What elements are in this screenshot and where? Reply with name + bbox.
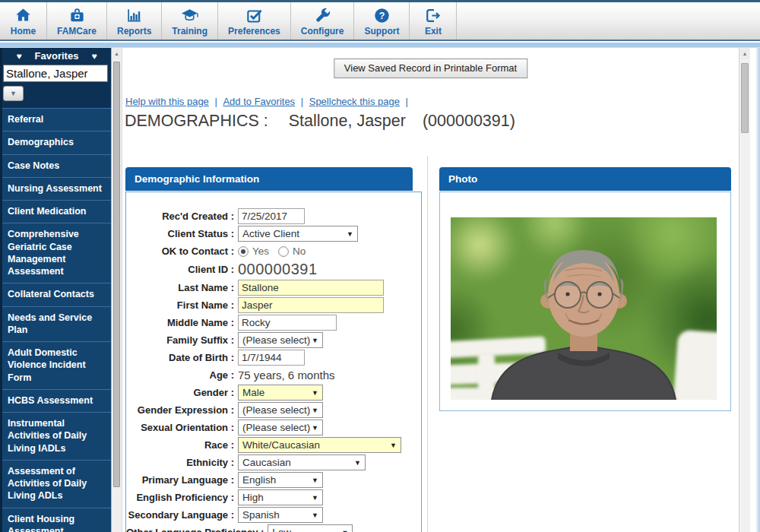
- form-row-ok-to-contact: OK to Contact :YesNo: [126, 243, 421, 259]
- sidebar-item-comprehensive-geriatric-case-management-assessment[interactable]: Comprehensive Geriatric Case Management …: [2, 223, 111, 283]
- selected-value: Caucasian: [242, 457, 291, 468]
- ok-to-contact-radio-no[interactable]: [278, 246, 289, 257]
- sidebar-item-referral[interactable]: Referral: [2, 108, 111, 131]
- chevron-down-icon: ▼: [312, 494, 318, 502]
- sidebar-item-adult-domestic-violence-incident-form[interactable]: Adult Domestic Violence Incident Form: [2, 341, 111, 389]
- page-links: Help with this page | Add to Favorites |…: [125, 96, 411, 107]
- field-control: English▼: [238, 472, 323, 488]
- sexual-orientation-select[interactable]: (Please select)▼: [238, 420, 323, 435]
- selected-value: English: [242, 474, 276, 486]
- toolbar-item-configure[interactable]: Configure: [291, 2, 355, 40]
- race-select[interactable]: White/Caucasian▼: [238, 437, 401, 453]
- main-content: View Saved Record in Printable Format He…: [122, 48, 739, 532]
- date-of-birth-input[interactable]: 1/7/1944: [238, 350, 305, 366]
- field-control: Male▼: [238, 385, 323, 401]
- secondary-language-select[interactable]: Spanish▼: [238, 507, 323, 523]
- field-control: 1/7/1944: [238, 350, 305, 366]
- field-control: 7/25/2017: [238, 208, 305, 224]
- sidebar-item-nursing-assessment[interactable]: Nursing Assessment: [2, 177, 111, 200]
- sidebar-item-client-housing-assessment[interactable]: Client Housing Assessment: [2, 508, 111, 532]
- toolbar-item-label: Configure: [301, 26, 344, 36]
- form-row-sexual-orientation: Sexual Orientation :(Please select)▼: [126, 420, 421, 435]
- sidebar-scrollbar-thumb[interactable]: [113, 62, 120, 487]
- first-name-input[interactable]: Jasper: [238, 297, 384, 313]
- ethnicity-select[interactable]: Caucasian▼: [238, 454, 366, 470]
- scroll-up-arrow-icon[interactable]: ▲: [740, 49, 749, 59]
- page-edge: [750, 48, 760, 532]
- photo-panel-body: [439, 192, 731, 411]
- client-photo: [451, 217, 717, 400]
- last-name-input[interactable]: Stallone: [238, 280, 384, 296]
- link-spellcheck-this-page[interactable]: Spellcheck this page: [309, 96, 400, 107]
- field-control: 000000391: [238, 261, 318, 278]
- field-label: Age :: [126, 369, 234, 381]
- client-status-select[interactable]: Active Client▼: [238, 226, 358, 242]
- toolbar-item-famcare[interactable]: FAMCare: [47, 2, 107, 40]
- form-row-race: Race :White/Caucasian▼: [126, 437, 421, 453]
- toolbar-bottom-strip: [0, 43, 760, 48]
- sidebar-item-hcbs-assessment[interactable]: HCBS Assessment: [2, 389, 111, 412]
- sidebar-scrollbar[interactable]: ▲: [111, 48, 122, 532]
- middle-name-input[interactable]: Rocky: [238, 315, 337, 331]
- primary-language-select[interactable]: English▼: [238, 472, 323, 488]
- other-language-proficiency-select[interactable]: Low▼: [268, 524, 353, 532]
- toolbar-item-training[interactable]: Training: [162, 2, 218, 40]
- toolbar-item-preferences[interactable]: Preferences: [218, 2, 291, 40]
- form-row-age: Age :75 years, 6 months: [126, 367, 421, 383]
- rec-d-created-input[interactable]: 7/25/2017: [238, 208, 305, 224]
- demographic-form: Rec'd Created :7/25/2017Client Status :A…: [126, 208, 421, 532]
- sidebar-item-needs-and-service-plan[interactable]: Needs and Service Plan: [2, 306, 111, 342]
- family-suffix-select[interactable]: (Please select)▼: [238, 332, 323, 348]
- sidebar-item-case-notes[interactable]: Case Notes: [2, 154, 111, 177]
- sidebar-item-collateral-contacts[interactable]: Collateral Contacts: [2, 283, 111, 306]
- form-row-date-of-birth: Date of Birth :1/7/1944: [126, 350, 421, 366]
- gender-select[interactable]: Male▼: [238, 385, 323, 401]
- toolbar-item-label: Support: [364, 26, 399, 36]
- home-icon: [14, 7, 32, 24]
- exit-icon: [424, 7, 442, 24]
- title-client-name: Stallone, Jasper: [289, 112, 406, 130]
- english-proficiency-select[interactable]: High▼: [238, 489, 323, 505]
- gender-expression-select[interactable]: (Please select)▼: [238, 402, 323, 418]
- favorites-sidebar: ♥ Favorites ♥ Stallone, Jasper ▼ Referra…: [0, 48, 111, 532]
- ok-to-contact-radio-yes[interactable]: [238, 246, 249, 257]
- link-help-with-this-page[interactable]: Help with this page: [125, 96, 209, 107]
- field-control: Rocky: [238, 315, 337, 331]
- client-name-input[interactable]: Stallone, Jasper: [3, 65, 108, 82]
- sidebar-item-instrumental-activities-of-daily-living-iadls[interactable]: Instrumental Activities of Daily Living …: [2, 412, 111, 460]
- svg-text:?: ?: [379, 10, 385, 21]
- field-label: Race :: [126, 439, 234, 451]
- field-control: Caucasian▼: [238, 454, 366, 470]
- sidebar-item-demographics[interactable]: Demographics: [2, 131, 111, 154]
- selected-value: Active Client: [242, 228, 299, 239]
- demographic-panel-body: Rec'd Created :7/25/2017Client Status :A…: [125, 192, 422, 532]
- field-label: Primary Language :: [126, 474, 234, 486]
- sidebar-item-client-medication[interactable]: Client Medication: [2, 200, 111, 223]
- reports-icon: [125, 7, 143, 24]
- main-scrollbar[interactable]: ▲: [739, 48, 750, 532]
- scroll-up-arrow-icon[interactable]: ▲: [112, 49, 121, 59]
- link-add-to-favorites[interactable]: Add to Favorites: [223, 96, 295, 107]
- chevron-down-icon: ▼: [312, 424, 318, 432]
- title-section: DEMOGRAPHICS :: [125, 112, 268, 130]
- selected-value: (Please select): [242, 404, 310, 416]
- sidebar-item-assessment-of-activities-of-daily-living-adls[interactable]: Assessment of Activities of Daily Living…: [2, 460, 111, 508]
- age-value: 75 years, 6 months: [238, 369, 335, 382]
- field-label: Date of Birth :: [126, 352, 234, 363]
- demographic-panel-header: Demographic Information: [125, 167, 413, 191]
- toolbar-item-home[interactable]: Home: [0, 2, 47, 40]
- selected-value: White/Caucasian: [242, 439, 320, 451]
- field-label: English Proficiency :: [126, 492, 234, 503]
- selected-value: (Please select): [242, 422, 310, 433]
- toolbar-item-exit[interactable]: Exit: [410, 2, 457, 40]
- field-label: Client ID :: [126, 264, 234, 275]
- main-scrollbar-thumb[interactable]: [741, 63, 749, 133]
- client-dropdown-button[interactable]: ▼: [3, 86, 24, 101]
- training-icon: [181, 7, 198, 24]
- form-row-primary-language: Primary Language :English▼: [126, 472, 421, 488]
- selected-value: Male: [242, 387, 264, 398]
- toolbar-item-reports[interactable]: Reports: [107, 2, 162, 40]
- view-printable-button[interactable]: View Saved Record in Printable Format: [334, 59, 527, 78]
- field-label: Other Language Proficiency :: [126, 527, 264, 532]
- toolbar-item-support[interactable]: ?Support: [354, 2, 410, 40]
